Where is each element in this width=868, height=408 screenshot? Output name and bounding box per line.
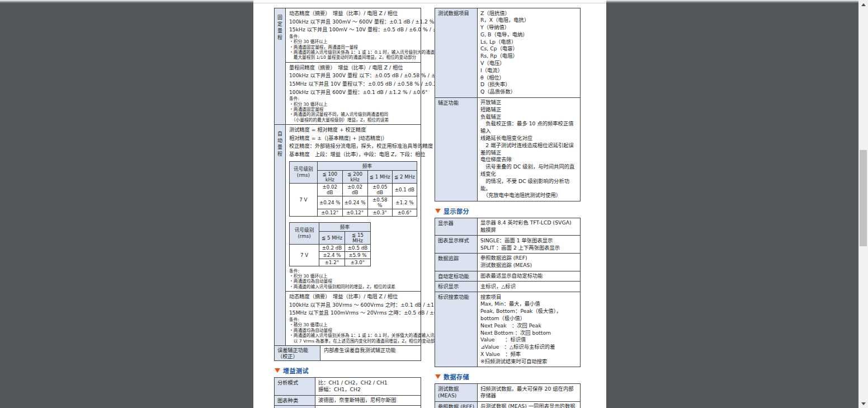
fixed-range-label: 固定量程 (276, 15, 284, 41)
row-value: SINGLE：画面 1 单张图表显示SPLIT ：画面 2 上下两张图表显示 (478, 236, 580, 253)
freq-header: 频率 (317, 161, 417, 170)
accuracy-range-table: 固定量程 动态精度（摘要） 增益（比率）/ 电阻 Z / 相位 100kHz 以… (274, 8, 421, 361)
section-title: 数据存储 (444, 372, 469, 381)
right-column: 测试数据项目 Z（阻抗值）R，X（电阻，电抗）Y（导纳值）G, B（电导，电纳）… (435, 8, 581, 408)
block-title: 动态精度（摘要） 增益（比率）/ 电阻 Z / 相位 (289, 293, 417, 301)
row-label: 标识显示 (435, 282, 478, 292)
error-correction-row: 误差辅正功能（校正） 内部產生误差自我测试辅正功能 (275, 345, 421, 360)
dynamic-accuracy-block: 动态精度（摘要） 增益（比率）/ 电阻 Z / 相位 100kHz 以下并且 3… (286, 8, 421, 62)
cell: ±1.2 % (392, 196, 417, 209)
section-header-storage: 数据存储 (435, 372, 581, 381)
cell: ±0.3° (367, 209, 392, 216)
row-label: 自动定标功能 (435, 271, 478, 282)
signal-level-value: 7 V (290, 183, 318, 216)
table-row: 测试数据项目 dBR（增益 dB），θ（相位）， GD（群延迟），R（增益绝对值… (275, 405, 421, 408)
row-value: 图表最适显示自动定标功能 (478, 271, 580, 282)
col-header: ≦ 2 MHz (392, 170, 417, 183)
vertical-scrollbar[interactable] (858, 0, 868, 408)
section-marker-icon (435, 209, 441, 213)
block-conditions: 条件:・积分 30 循环以上・两通道均為自动量程・两通道的输入讯号级别相同时的增… (289, 269, 417, 290)
section-title: 增益测试 (283, 366, 309, 375)
auto-range-label-cell: 自动量程 (275, 125, 286, 345)
table-row: 图表种类 波德图，奈奎斯特图，尼柯尔斯图 (275, 395, 421, 406)
scroll-down-icon (861, 402, 866, 405)
col-header: ≦ 1 MHz (367, 170, 392, 183)
row-value: 波德图，奈奎斯特图，尼柯尔斯图 (315, 396, 421, 406)
row-value: Z（阻抗值）R，X（电阻，电抗）Y（导纳值）G, B（电导，电纳）Ls, Lp（… (478, 8, 580, 97)
row-label: 参照数据 (REF) (435, 402, 478, 408)
table-row: 自动定标功能 图表最适显示自动定标功能 (435, 271, 580, 282)
row-value: 与测试数据 (MEAS) 一同图表显示的数据从测试数据或 USB 复製可显示 O… (478, 402, 580, 408)
table-row: 测试数据 (MEAS) 扫频测试数据，最大可保存 20 组在内部存储器 (435, 384, 580, 401)
cell: ±0.12° (342, 209, 367, 216)
row-label: 图表显示样式 (435, 236, 478, 253)
block-lines: 100kHz 以下并且 30Vrms ～ 600Vrms 之时：±0.1 dB … (289, 301, 417, 317)
section-header-gain: 增益测试 (275, 366, 421, 375)
pdf-page: 固定量程 动态精度（摘要） 增益（比率）/ 电阻 Z / 相位 100kHz 以… (253, 0, 606, 408)
inter-range-accuracy-block: 量程间精度（摘要） 增益（比率）/ 电阻 Z / 相位 100kHz 以下并且 … (286, 62, 421, 124)
cell: ±0.2 dB (319, 244, 345, 251)
row-label: 测试数据项目 (435, 8, 478, 97)
cell: ±5.9 % (345, 251, 371, 259)
cell: ±2.4 % (319, 251, 345, 259)
block-lines: 100kHz 以下并且 300V 量程 以下：±0.05 dB / ±0.58 … (289, 72, 417, 96)
scroll-up-icon (861, 3, 866, 6)
table-row: 标识显示 主标识，△标识 (435, 281, 580, 292)
table-row: 图表显示样式 SINGLE：画面 1 单张图表显示SPLIT ：画面 2 上下两… (435, 235, 580, 253)
block-lines: 测试精度 = 相对精度 + 校正精度相对精度 = ±（|基本精度| + |动态精… (289, 126, 417, 158)
table-row: 数据追踪 参照数据追踪 (REF)测试数据追踪 (MEAS) (435, 253, 580, 271)
row-label: 显示器 (435, 218, 478, 236)
row-value: 开放辅正短路辅正负载辅正 负载校正值：最多 10 点的频率校正值输入线路延长电阻… (478, 98, 580, 201)
cell: ±0.24 % (342, 196, 367, 209)
section-title: 显示部分 (444, 207, 469, 215)
block-conditions: 条件:・积分 30 循环以上・两通道固定量程・两通道的测试量程不同，输入讯号级别… (289, 96, 417, 123)
scroll-up-button[interactable] (858, 0, 868, 9)
table-row: 辅正功能 开放辅正短路辅正负载辅正 负载校正值：最多 10 点的频率校正值输入线… (435, 97, 580, 201)
auto-dynamic-accuracy-block: 动态精度（摘要） 增益（比率）/ 电阻 Z / 相位 100kHz 以下并且 3… (286, 291, 421, 345)
block-lines: 100kHz 以下并且 300mV ～ 600V 量程：±0.1 dB / ±1… (289, 18, 417, 34)
data-storage-table: 测试数据 (MEAS) 扫频测试数据，最大可保存 20 组在内部存储器 参照数据… (435, 383, 581, 408)
test-accuracy-block: 测试精度 = 相对精度 + 校正精度相对精度 = ±（|基本精度| + |动态精… (286, 125, 421, 291)
fixed-range-segment: 固定量程 动态精度（摘要） 增益（比率）/ 电阻 Z / 相位 100kHz 以… (275, 8, 421, 124)
section-header-display: 显示部分 (435, 207, 581, 215)
cell: ±0.12° (317, 209, 342, 216)
freq-header: 频率 (319, 222, 371, 231)
row-label: 数据追踪 (435, 254, 478, 271)
col-header: ≦ 15 MHz (345, 231, 371, 244)
cell: ±0.02 dB (317, 183, 342, 196)
table-row: 分析模式 比：CH1 / CH2，CH2 / CH1振幅：CH1，CH2 (275, 378, 421, 395)
table-row: 测试数据项目 Z（阻抗值）R，X（电阻，电抗）Y（导纳值）G, B（电导，电纳）… (435, 8, 580, 97)
cell: ±0.6° (392, 209, 417, 216)
table-corner: 讯号级别(rms) (290, 161, 318, 183)
row-label: 误差辅正功能（校正） (275, 346, 320, 360)
table-row: 显示器 显示器 8.4 英吋彩色 TFT-LCD (SVGA) 触摸屏 (435, 218, 580, 236)
scroll-down-button[interactable] (858, 399, 868, 408)
col-header: ≦ 200 kHz (342, 170, 367, 183)
cell: ±3.0° (345, 259, 371, 266)
row-value: 参照数据追踪 (REF)测试数据追踪 (MEAS) (478, 254, 580, 271)
row-value: dBR（增益 dB），θ（相位）， GD（群延迟），R（增益绝对值 / 振幅），… (315, 406, 421, 408)
fixed-range-label-cell: 固定量程 (275, 8, 286, 124)
row-value: 搜索项目Max, Min：最大，最小值Peak, Bottom：Peak（极大值… (478, 292, 580, 367)
row-label: 测试数据 (MEAS) (435, 384, 478, 401)
section-marker-icon (435, 374, 441, 379)
scrollbar-thumb[interactable] (860, 150, 867, 246)
section-marker-icon (275, 368, 280, 373)
row-label: 分析模式 (275, 378, 315, 395)
block-conditions: 条件:・積分 30 循環以上・两通道均為自动量程・两通道的输入讯号级别关係為 1… (289, 317, 417, 344)
row-label: 辅正功能 (435, 98, 478, 201)
auto-range-segment: 自动量程 测试精度 = 相对精度 + 校正精度相对精度 = ±（|基本精度| +… (275, 124, 421, 345)
accuracy-table-high-freq: 讯号级别(rms) 频率 ≦ 5 MHz ≦ 15 MHz 7 V ±0.2 d… (289, 222, 371, 266)
table-row: 参照数据 (REF) 与测试数据 (MEAS) 一同图表显示的数据从测试数据或 … (435, 401, 580, 408)
auto-range-label: 自动量程 (276, 131, 284, 158)
row-value: 显示器 8.4 英吋彩色 TFT-LCD (SVGA) 触摸屏 (478, 218, 580, 236)
toolbar-shadow (0, 0, 858, 3)
col-header: ≦ 5 MHz (319, 231, 345, 244)
gain-test-table: 分析模式 比：CH1 / CH2，CH2 / CH1振幅：CH1，CH2 图表种… (274, 377, 421, 408)
block-title: 量程间精度（摘要） 增益（比率）/ 电阻 Z / 相位 (289, 64, 417, 72)
table-row: 标识搜索功能 搜索项目Max, Min：最大，最小值Peak, Bottom：P… (435, 292, 580, 367)
signal-level-value: 7 V (290, 244, 319, 266)
block-title: 动态精度（摘要） 增益（比率）/ 电阻 Z / 相位 (289, 10, 417, 18)
display-table: 显示器 显示器 8.4 英吋彩色 TFT-LCD (SVGA) 触摸屏 图表显示… (435, 218, 581, 367)
row-value: 内部產生误差自我测试辅正功能 (320, 346, 421, 360)
